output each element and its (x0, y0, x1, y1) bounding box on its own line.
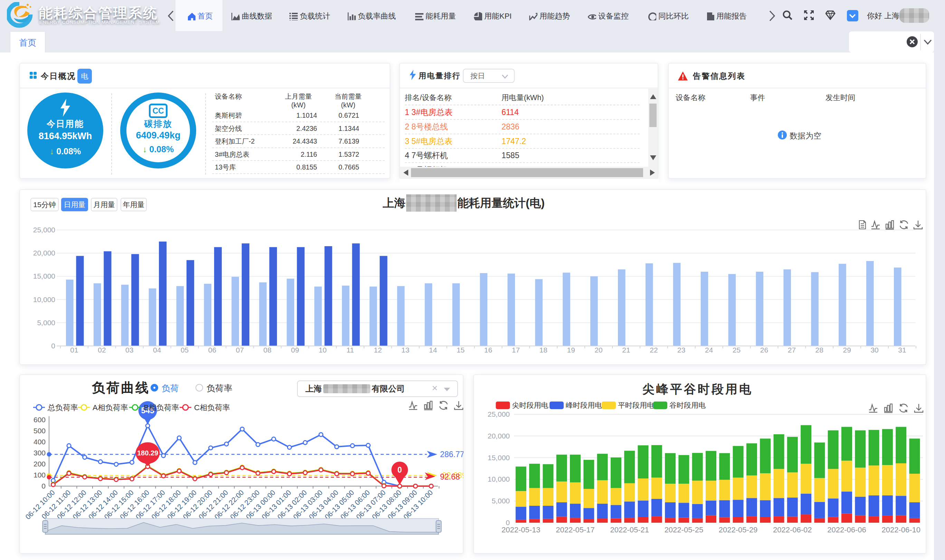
svg-text:05: 05 (181, 346, 189, 354)
svg-text:15,000: 15,000 (33, 272, 55, 280)
svg-text:23: 23 (677, 346, 685, 354)
svg-text:2022-05-25: 2022-05-25 (665, 526, 703, 534)
svg-text:平时段用电: 平时段用电 (618, 401, 654, 409)
svg-text:15: 15 (457, 346, 465, 354)
svg-text:5,000: 5,000 (491, 497, 510, 505)
svg-text:2022-05-21: 2022-05-21 (610, 526, 649, 534)
svg-text:2022-05-17: 2022-05-17 (556, 526, 595, 534)
svg-text:28: 28 (816, 346, 823, 354)
svg-text:25,000: 25,000 (33, 226, 55, 234)
svg-text:2022-05-29: 2022-05-29 (719, 526, 758, 534)
svg-text:0: 0 (42, 482, 46, 490)
svg-text:400: 400 (34, 438, 46, 446)
svg-text:200: 200 (34, 460, 46, 468)
svg-text:B相负荷率: B相负荷率 (144, 403, 179, 412)
svg-text:11: 11 (346, 346, 354, 354)
svg-text:10,000: 10,000 (488, 475, 510, 483)
svg-text:A相负荷率: A相负荷率 (92, 403, 128, 412)
svg-text:15,000: 15,000 (488, 454, 510, 462)
svg-text:14: 14 (429, 346, 437, 354)
svg-text:08: 08 (263, 346, 271, 354)
svg-text:0: 0 (51, 342, 55, 350)
svg-text:2022-06-10: 2022-06-10 (882, 526, 920, 534)
svg-text:19: 19 (567, 346, 575, 354)
svg-text:04: 04 (153, 346, 161, 354)
svg-text:12: 12 (374, 346, 382, 354)
svg-text:20,000: 20,000 (33, 249, 55, 257)
svg-text:总负荷率: 总负荷率 (47, 403, 78, 412)
svg-text:100: 100 (34, 471, 46, 479)
svg-text:06: 06 (208, 346, 216, 354)
svg-text:03: 03 (125, 346, 133, 354)
svg-text:29: 29 (843, 346, 851, 354)
svg-text:300: 300 (34, 449, 46, 457)
svg-text:18: 18 (540, 346, 548, 354)
svg-text:20: 20 (594, 346, 602, 354)
svg-text:2022-06-06: 2022-06-06 (827, 526, 866, 534)
svg-text:5,000: 5,000 (37, 318, 55, 327)
svg-text:01: 01 (70, 346, 78, 354)
svg-text:30: 30 (870, 346, 878, 354)
svg-text:10: 10 (319, 346, 326, 354)
svg-text:600: 600 (34, 416, 46, 424)
svg-text:2022-05-13: 2022-05-13 (502, 526, 540, 534)
svg-text:16: 16 (484, 346, 492, 354)
svg-text:07: 07 (236, 346, 244, 354)
svg-text:02: 02 (98, 346, 106, 354)
svg-text:21: 21 (622, 346, 630, 354)
svg-text:31: 31 (898, 346, 906, 354)
svg-text:20,000: 20,000 (488, 432, 510, 440)
svg-text:13: 13 (401, 346, 409, 354)
svg-text:180.29: 180.29 (137, 449, 158, 457)
svg-text:26: 26 (760, 346, 768, 354)
svg-text:09: 09 (291, 346, 299, 354)
svg-text:10,000: 10,000 (33, 295, 55, 303)
svg-text:22: 22 (650, 346, 658, 354)
svg-text:24: 24 (705, 346, 713, 354)
svg-text:峰时段用电: 峰时段用电 (566, 401, 602, 409)
svg-text:谷时段用电: 谷时段用电 (670, 401, 706, 409)
svg-text:17: 17 (512, 346, 520, 354)
svg-text:0: 0 (397, 465, 402, 474)
svg-text:2022-06-02: 2022-06-02 (773, 526, 812, 534)
svg-text:500: 500 (34, 427, 46, 435)
svg-text:92.68: 92.68 (440, 472, 460, 481)
svg-text:尖时段用电: 尖时段用电 (512, 401, 548, 409)
svg-text:C相负荷率: C相负荷率 (194, 403, 230, 412)
svg-text:286.77: 286.77 (440, 450, 463, 459)
svg-text:25,000: 25,000 (488, 410, 510, 418)
svg-text:27: 27 (788, 346, 796, 354)
svg-text:25: 25 (733, 346, 740, 354)
